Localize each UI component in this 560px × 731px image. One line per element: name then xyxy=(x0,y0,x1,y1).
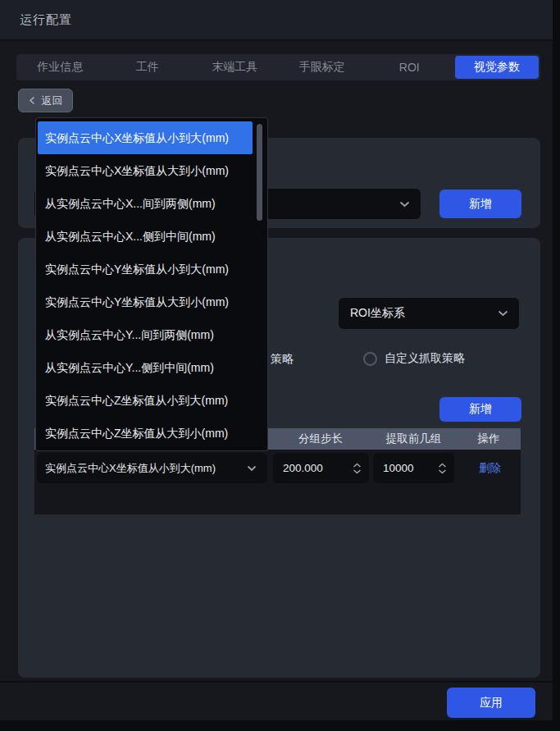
list-scrollbar-thumb[interactable] xyxy=(257,124,262,221)
run-config-window: 运行配置 作业信息工件末端工具手眼标定ROI视觉参数 返回 新增 ROI坐标系 xyxy=(0,0,560,731)
header-group-step: 分组步长 xyxy=(271,428,371,450)
chevron-down-icon xyxy=(498,310,508,317)
chevron-down-icon xyxy=(399,201,410,208)
stepper-arrows-icon[interactable] xyxy=(438,463,447,474)
sort-option[interactable]: 从实例点云中心X...间到两侧(mm) xyxy=(38,187,251,220)
tab-1[interactable]: 工件 xyxy=(106,56,190,79)
sort-option[interactable]: 从实例点云中心Y...间到两侧(mm) xyxy=(38,318,251,351)
group-step-input[interactable]: 200.000 xyxy=(273,453,369,483)
header-top-groups: 提取前几组 xyxy=(371,428,457,450)
apply-button[interactable]: 应用 xyxy=(447,688,535,718)
delete-row-link[interactable]: 删除 xyxy=(459,453,521,483)
sort-option[interactable]: 实例点云中心Z坐标值从小到大(mm) xyxy=(38,384,251,417)
custom-strategy-label: 自定义抓取策略 xyxy=(385,351,465,366)
page-title: 运行配置 xyxy=(20,0,72,39)
tab-5[interactable]: 视觉参数 xyxy=(455,56,540,79)
sort-options-list: 实例点云中心X坐标值从小到大(mm)实例点云中心X坐标值从大到小(mm)从实例点… xyxy=(35,117,268,451)
tab-4[interactable]: ROI xyxy=(367,56,452,79)
sort-option[interactable]: 从实例点云中心Y...侧到中间(mm) xyxy=(38,351,251,384)
stepper-arrows-icon[interactable] xyxy=(353,463,362,474)
coordinate-system-select[interactable]: ROI坐标系 xyxy=(339,298,519,329)
sort-option[interactable]: 实例点云中心X坐标值从大到小(mm) xyxy=(38,154,251,187)
sort-option[interactable]: 从实例点云中心X...侧到中间(mm) xyxy=(38,220,251,253)
header-actions: 操作 xyxy=(457,428,521,450)
row-sort-rule-value: 实例点云中心X坐标值从小到大(mm) xyxy=(45,461,216,476)
sort-option[interactable]: 实例点云中心Y坐标值从小到大(mm) xyxy=(38,253,251,286)
back-button-label: 返回 xyxy=(42,94,63,108)
sort-option[interactable]: 实例点云中心Z坐标值从大到小(mm) xyxy=(38,417,251,450)
title-bar: 运行配置 xyxy=(0,0,553,41)
top-groups-value: 10000 xyxy=(383,462,414,474)
window-body: 运行配置 作业信息工件末端工具手眼标定ROI视觉参数 返回 新增 ROI坐标系 xyxy=(0,0,553,720)
tab-0[interactable]: 作业信息 xyxy=(18,56,102,79)
tab-bar: 作业信息工件末端工具手眼标定ROI视觉参数 xyxy=(16,54,540,80)
group-step-value: 200.000 xyxy=(283,462,323,474)
tab-2[interactable]: 末端工具 xyxy=(193,56,277,79)
custom-strategy-radio[interactable]: 自定义抓取策略 xyxy=(363,351,465,366)
footer-divider xyxy=(0,681,553,683)
back-button[interactable]: 返回 xyxy=(18,89,73,112)
default-strategy-label-partial: 策略 xyxy=(271,352,294,367)
chevron-left-icon xyxy=(29,96,36,105)
tab-3[interactable]: 手眼标定 xyxy=(280,56,365,79)
radio-circle-icon xyxy=(363,352,377,366)
add-sort-rule-button[interactable]: 新增 xyxy=(439,397,521,422)
sort-option[interactable]: 实例点云中心X坐标值从小到大(mm) xyxy=(38,121,253,154)
add-sort-template-button[interactable]: 新增 xyxy=(439,190,521,218)
sort-option[interactable]: 实例点云中心Y坐标值从大到小(mm) xyxy=(38,286,251,318)
coordinate-system-value: ROI坐标系 xyxy=(350,306,405,321)
top-groups-input[interactable]: 10000 xyxy=(373,453,454,483)
chevron-down-icon xyxy=(247,465,257,472)
row-sort-rule-select[interactable]: 实例点云中心X坐标值从小到大(mm) xyxy=(37,453,267,483)
